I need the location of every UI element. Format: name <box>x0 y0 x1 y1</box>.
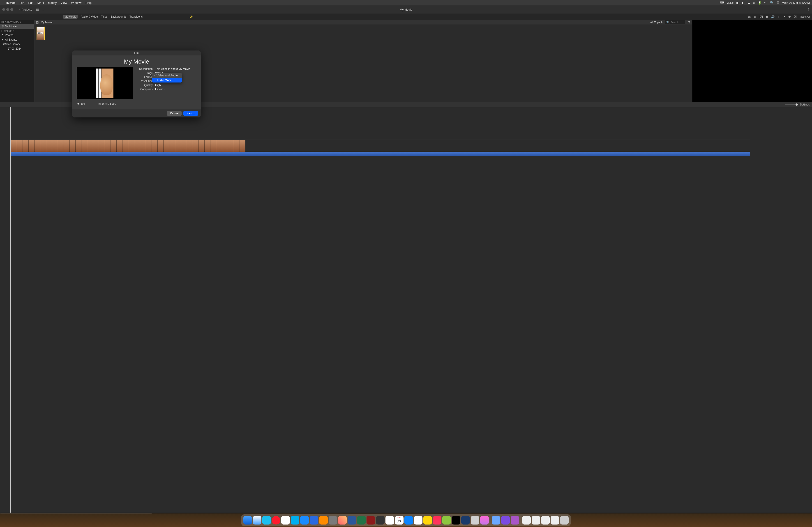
format-option-audio-only[interactable]: Audio Only <box>152 78 182 82</box>
clock[interactable]: Wed 27 Mar 8:12 AM <box>782 1 810 4</box>
tab-backgrounds[interactable]: Backgrounds <box>111 15 126 19</box>
dock-chrome[interactable] <box>281 516 290 525</box>
dock-mail[interactable] <box>386 516 394 525</box>
dock-launchpad[interactable] <box>338 516 347 525</box>
battery-icon[interactable]: 🔋 <box>758 1 762 4</box>
sidebar-item-photos[interactable]: ✿ Photos <box>0 33 34 37</box>
app-name[interactable]: iMovie <box>6 1 15 4</box>
dock-trash[interactable] <box>560 516 569 525</box>
dock-music[interactable] <box>433 516 441 525</box>
status-icon-2[interactable]: ◐ <box>742 1 744 4</box>
dock-app-8[interactable] <box>511 516 519 525</box>
menu-file[interactable]: File <box>19 1 24 4</box>
zoom-slider[interactable] <box>785 104 798 105</box>
dock-skype[interactable] <box>291 516 299 525</box>
menu-help[interactable]: Help <box>86 1 91 4</box>
sidebar-item-all-events[interactable]: ✦ All Events <box>0 37 34 42</box>
sidebar-toggle-icon[interactable]: ◫ <box>36 21 39 24</box>
color-correction-icon[interactable]: ⊛ <box>754 15 756 18</box>
dock-app-1[interactable] <box>404 516 413 525</box>
enhance-icon[interactable]: ✨ <box>189 15 193 18</box>
tab-transitions[interactable]: Transitions <box>129 15 143 19</box>
spotlight-icon[interactable]: 🔍 <box>770 1 774 4</box>
tab-my-media[interactable]: My Media <box>63 15 77 19</box>
dock-app-2[interactable] <box>442 516 451 525</box>
control-center-icon[interactable]: ☰ <box>777 1 780 4</box>
minimize-button[interactable] <box>6 8 9 11</box>
search-input[interactable] <box>670 21 684 24</box>
timeline-settings[interactable]: Settings <box>800 103 810 106</box>
close-button[interactable] <box>2 8 5 11</box>
dock-word[interactable] <box>348 516 356 525</box>
dock-finder[interactable] <box>243 516 252 525</box>
clip-thumbnail[interactable]: 10.3s <box>37 27 45 40</box>
filter-icon[interactable]: ❀ <box>788 15 791 18</box>
tab-titles[interactable]: Titles <box>101 15 107 19</box>
format-option-video-audio[interactable]: ✓ Video and Audio <box>152 73 182 78</box>
dock-folder-2[interactable] <box>532 516 540 525</box>
dock-notes[interactable] <box>423 516 432 525</box>
timeline-clip[interactable] <box>11 140 750 156</box>
dock-app-6[interactable] <box>480 516 489 525</box>
sidebar-item-imovie-library[interactable]: ▾ iMovie Library <box>0 42 34 46</box>
compress-select[interactable]: Faster <box>155 88 165 91</box>
search-field[interactable]: 🔍 <box>665 20 685 24</box>
dock-calculator[interactable] <box>376 516 385 525</box>
playhead[interactable] <box>10 107 11 513</box>
dock-safari[interactable] <box>253 516 261 525</box>
sidebar-item-my-movie[interactable]: 🎬 My Movie <box>0 24 34 29</box>
dock-settings[interactable] <box>329 516 337 525</box>
crop-icon[interactable]: ⌧ <box>759 15 763 18</box>
wifi-icon[interactable]: ᯤ <box>764 1 767 4</box>
dock-calendar[interactable]: MAR 27 <box>395 516 404 525</box>
dock-folder-1[interactable] <box>522 516 531 525</box>
status-icon-1[interactable]: ◧ <box>736 1 739 4</box>
window-traffic-lights[interactable] <box>2 8 13 11</box>
speed-icon[interactable]: ◔ <box>783 15 785 18</box>
filter-all-clips[interactable]: All Clips ⇅ <box>650 21 663 24</box>
netspeed[interactable]: 0KB/s <box>727 1 734 4</box>
noise-icon[interactable]: ≡ <box>778 15 780 18</box>
library-mode-icon[interactable]: ▦ <box>36 7 39 11</box>
menu-modify[interactable]: Modify <box>48 1 57 4</box>
dock-reminders[interactable] <box>414 516 422 525</box>
description-value[interactable]: This video is about My Movie <box>155 67 190 71</box>
dock-vlc[interactable] <box>319 516 328 525</box>
menu-view[interactable]: View <box>61 1 67 4</box>
sidebar-item-date[interactable]: 27-03-2024 <box>0 46 34 51</box>
quality-select[interactable]: High <box>155 84 163 87</box>
next-button[interactable]: Next… <box>183 111 198 116</box>
menu-mark[interactable]: Mark <box>38 1 44 4</box>
dock-quicktime[interactable] <box>310 516 318 525</box>
dock-excel[interactable] <box>357 516 366 525</box>
import-icon[interactable]: ↓ <box>42 7 44 11</box>
gear-icon[interactable]: ⚙︎ <box>687 20 691 24</box>
tab-audio-video[interactable]: Audio & Video <box>81 15 98 19</box>
dock-dictionary[interactable] <box>366 516 375 525</box>
dock-appstore[interactable] <box>300 516 309 525</box>
zoom-button[interactable] <box>10 8 13 11</box>
share-button[interactable]: ⇪ <box>807 7 810 12</box>
dock-app-5[interactable] <box>471 516 479 525</box>
keyboard-icon[interactable]: ⌨︎ <box>720 1 724 4</box>
cancel-button[interactable]: Cancel <box>167 111 182 116</box>
menu-edit[interactable]: Edit <box>28 1 33 4</box>
reset-all[interactable]: Reset All <box>800 15 810 18</box>
stabilization-icon[interactable]: ■ <box>766 15 768 18</box>
info-icon[interactable]: ⓘ <box>794 15 797 19</box>
dock-app-7[interactable] <box>492 516 500 525</box>
menu-window[interactable]: Window <box>71 1 82 4</box>
dock-folder-4[interactable] <box>551 516 559 525</box>
dock-edge[interactable] <box>262 516 271 525</box>
dock-app-3[interactable] <box>452 516 460 525</box>
back-to-projects[interactable]: 〈 Projects <box>18 7 32 12</box>
volume-icon[interactable]: 🔊 <box>771 15 774 18</box>
dock-opera[interactable] <box>272 516 280 525</box>
chevron-down-icon[interactable]: ▾ <box>0 43 0 45</box>
status-icon-3[interactable]: ☁︎ <box>747 1 751 4</box>
dock-app-4[interactable] <box>461 516 470 525</box>
color-balance-icon[interactable]: ◑ <box>748 15 751 18</box>
dock-imovie[interactable] <box>501 516 510 525</box>
user-icon[interactable]: ⍟ <box>753 1 755 4</box>
dock-folder-3[interactable] <box>541 516 550 525</box>
